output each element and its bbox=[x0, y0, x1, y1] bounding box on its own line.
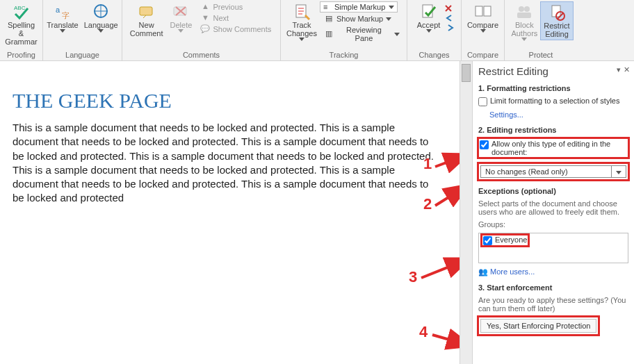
comments-icon: 💬 bbox=[200, 24, 210, 34]
callout-2: 2 bbox=[423, 197, 432, 212]
pane-icon: ▥ bbox=[324, 29, 334, 39]
chevron-down-icon bbox=[611, 166, 626, 177]
group-proofing: ABC Spelling & Grammar Proofing bbox=[0, 0, 43, 60]
vertical-scrollbar[interactable] bbox=[460, 61, 472, 364]
svg-text:字: 字 bbox=[62, 11, 70, 19]
callout-3: 3 bbox=[409, 270, 417, 285]
svg-line-17 bbox=[421, 258, 460, 278]
checkbox-label: Allow only this type of editing in the d… bbox=[491, 140, 627, 156]
svg-rect-9 bbox=[484, 6, 491, 16]
group-title: Proofing bbox=[3, 49, 40, 60]
exceptions-heading: Exceptions (optional) bbox=[478, 187, 628, 195]
limit-formatting-checkbox[interactable]: Limit formatting to a selection of style… bbox=[478, 97, 628, 106]
comment-delete-icon bbox=[172, 3, 190, 21]
next-comment-button[interactable]: ▼Next bbox=[196, 13, 275, 24]
callout-1: 1 bbox=[423, 156, 432, 172]
workspace: THE GEEK PAGE This is a sample document … bbox=[0, 61, 634, 364]
arrow-4 bbox=[431, 331, 460, 351]
reviewing-pane-button[interactable]: ▥Reviewing Pane bbox=[320, 25, 404, 43]
document-page: THE GEEK PAGE This is a sample document … bbox=[6, 67, 454, 220]
group-title: Protect bbox=[507, 49, 574, 60]
checkbox-icon[interactable] bbox=[483, 236, 492, 245]
group-title: Comments bbox=[125, 49, 277, 60]
svg-line-18 bbox=[432, 335, 460, 346]
abc-check-icon: ABC bbox=[13, 3, 31, 21]
checkbox-icon[interactable] bbox=[478, 97, 487, 106]
track-changes-icon bbox=[293, 3, 311, 21]
markup-icon: ≡ bbox=[323, 3, 332, 11]
block-authors-button[interactable]: Block Authors bbox=[508, 1, 540, 42]
callout-4: 4 bbox=[419, 324, 428, 340]
doc-markup-icon: ▤ bbox=[324, 14, 334, 24]
doc-heading: THE GEEK PAGE bbox=[13, 89, 440, 113]
previous-comment-button[interactable]: ▲Previous bbox=[196, 1, 275, 13]
compare-icon bbox=[474, 3, 492, 21]
editing-type-dropdown[interactable]: No changes (Read only) bbox=[480, 165, 626, 178]
next-change-icon[interactable] bbox=[444, 24, 455, 32]
svg-text:a: a bbox=[56, 6, 60, 14]
checkbox-label: Everyone bbox=[495, 235, 527, 244]
translate-icon: a字 bbox=[54, 3, 72, 21]
ribbon: ABC Spelling & Grammar Proofing a字 Trans… bbox=[0, 0, 634, 61]
language-button[interactable]: Language bbox=[81, 1, 121, 34]
pane-controls: ▾ ✕ bbox=[617, 65, 630, 74]
group-title: Changes bbox=[410, 49, 458, 60]
groups-listbox[interactable]: Everyone bbox=[478, 233, 628, 263]
restrict-editing-pane: ▾ ✕ Restrict Editing 1. Formatting restr… bbox=[472, 61, 634, 364]
svg-rect-8 bbox=[476, 6, 482, 16]
group-comments: New Comment Delete ▲Previous ▼Next 💬Show… bbox=[122, 0, 281, 60]
arrow-down-icon: ▼ bbox=[200, 13, 210, 23]
group-title: Compare bbox=[464, 49, 501, 60]
svg-rect-12 bbox=[517, 13, 531, 18]
markup-dropdown[interactable]: ≡Simple Markup bbox=[320, 1, 398, 13]
group-title: Tracking bbox=[284, 49, 404, 60]
doc-body-text: This is a sample document that needs to … bbox=[13, 121, 440, 206]
section-1-heading: 1. Formatting restrictions bbox=[478, 84, 628, 92]
spelling-grammar-button[interactable]: ABC Spelling & Grammar bbox=[2, 1, 40, 47]
enforcement-text: Are you ready to apply these settings? (… bbox=[478, 296, 628, 313]
arrow-up-icon: ▲ bbox=[200, 2, 210, 12]
document-area[interactable]: THE GEEK PAGE This is a sample document … bbox=[0, 61, 460, 364]
arrow-3 bbox=[420, 254, 460, 282]
track-changes-button[interactable]: Track Changes bbox=[284, 1, 320, 42]
exceptions-text: Select parts of the document and choose … bbox=[478, 199, 628, 216]
start-enforcing-button[interactable]: Yes, Start Enforcing Protection bbox=[480, 319, 596, 333]
more-users-link[interactable]: 👥 More users... bbox=[478, 267, 628, 276]
pane-menu-icon[interactable]: ▾ bbox=[617, 65, 621, 74]
scrollbar-thumb[interactable] bbox=[462, 64, 471, 82]
svg-rect-4 bbox=[140, 7, 152, 15]
close-icon[interactable]: ✕ bbox=[624, 65, 630, 74]
enforce-wrap: Yes, Start Enforcing Protection bbox=[478, 317, 599, 335]
show-markup-button[interactable]: ▤Show Markup bbox=[320, 13, 404, 24]
pane-title: Restrict Editing bbox=[478, 65, 628, 77]
group-compare: Compare Compare bbox=[462, 0, 505, 60]
checkbox-icon[interactable] bbox=[480, 140, 489, 149]
svg-text:ABC: ABC bbox=[14, 5, 26, 11]
dropdown-value: No changes (Read only) bbox=[481, 166, 611, 177]
block-authors-icon bbox=[515, 3, 533, 21]
globe-icon bbox=[92, 3, 110, 21]
compare-button[interactable]: Compare bbox=[464, 1, 501, 34]
show-comments-button[interactable]: 💬Show Comments bbox=[196, 24, 275, 35]
everyone-checkbox[interactable]: Everyone bbox=[482, 235, 528, 246]
delete-comment-button[interactable]: Delete bbox=[165, 1, 196, 34]
restrict-icon bbox=[548, 3, 566, 22]
group-tracking: Track Changes ≡Simple Markup ▤Show Marku… bbox=[281, 0, 407, 60]
users-icon: 👥 bbox=[478, 267, 488, 276]
group-language: a字 Translate Language Language bbox=[43, 0, 122, 60]
allow-editing-checkbox[interactable]: Allow only this type of editing in the d… bbox=[478, 138, 628, 158]
prev-change-icon[interactable] bbox=[444, 14, 455, 22]
section-2-heading: 2. Editing restrictions bbox=[478, 126, 628, 134]
translate-button[interactable]: a字 Translate bbox=[44, 1, 81, 34]
reject-icon[interactable] bbox=[444, 4, 455, 13]
restrict-editing-button[interactable]: Restrict Editing bbox=[540, 1, 573, 40]
group-title: Language bbox=[46, 49, 119, 60]
new-comment-button[interactable]: New Comment bbox=[127, 1, 166, 39]
groups-label: Groups: bbox=[478, 220, 628, 229]
comment-add-icon bbox=[138, 3, 156, 21]
accept-icon bbox=[420, 3, 438, 21]
formatting-settings-link[interactable]: Settings... bbox=[489, 110, 628, 119]
checkbox-label: Limit formatting to a selection of style… bbox=[490, 97, 619, 105]
svg-point-11 bbox=[524, 6, 530, 12]
accept-button[interactable]: Accept bbox=[414, 1, 444, 34]
